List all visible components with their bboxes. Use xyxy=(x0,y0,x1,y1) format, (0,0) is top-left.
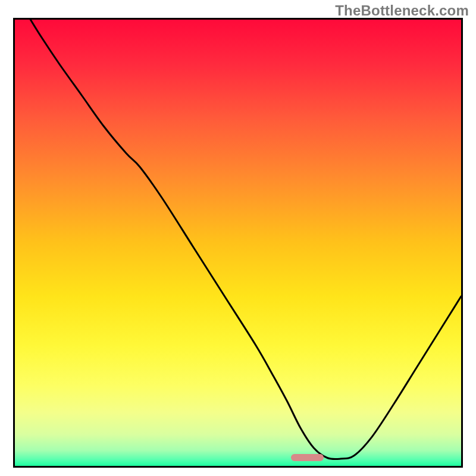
bottleneck-curve xyxy=(15,20,461,466)
watermark-text: TheBottleneck.com xyxy=(335,2,469,19)
chart-stage: TheBottleneck.com xyxy=(0,0,476,476)
plot-frame xyxy=(13,18,463,468)
optimal-range-marker xyxy=(291,454,324,461)
